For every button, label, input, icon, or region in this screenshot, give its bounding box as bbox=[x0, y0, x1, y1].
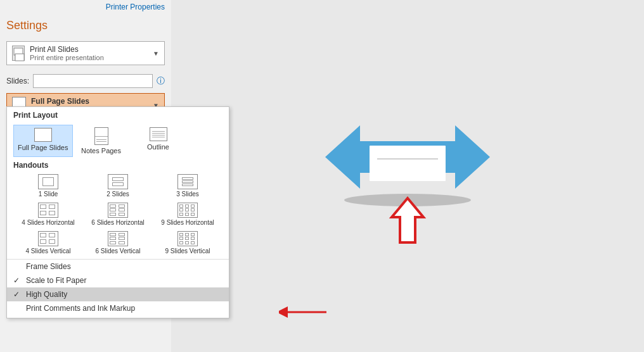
handouts-section: Handouts 1 Slide 2 Slides bbox=[7, 160, 229, 258]
layout-full-page-slides[interactable]: Full Page Slides bbox=[13, 125, 73, 157]
handout-3-thumb bbox=[177, 174, 198, 189]
handout-3-mini-3 bbox=[182, 184, 193, 186]
outline-label: Outline bbox=[147, 143, 169, 151]
handout-3-mini-2 bbox=[182, 180, 193, 183]
high-quality-label: High Quality bbox=[26, 290, 67, 299]
handouts-title: Handouts bbox=[13, 161, 222, 170]
handout-1-slide[interactable]: 1 Slide bbox=[13, 172, 83, 199]
option-print-comments[interactable]: Print Comments and Ink Markup bbox=[7, 301, 229, 315]
h9h-7 bbox=[179, 213, 183, 216]
handout-6h-thumb bbox=[108, 203, 128, 218]
h9v-5 bbox=[185, 237, 189, 240]
handout-9v-thumb bbox=[177, 231, 198, 246]
handout-2-slides[interactable]: 2 Slides bbox=[83, 172, 153, 199]
handout-6v-label: 6 Slides Vertical bbox=[95, 248, 140, 255]
h6h-6 bbox=[119, 213, 125, 216]
slides-label: Slides: bbox=[6, 77, 29, 85]
handout-2-label: 2 Slides bbox=[106, 191, 129, 198]
printer-properties-link[interactable]: Printer Properties bbox=[0, 0, 171, 16]
full-page-slides-label: Full Page Slides bbox=[18, 144, 68, 151]
handout-9h[interactable]: 9 Slides Horizontal bbox=[153, 201, 222, 228]
svg-rect-4 bbox=[370, 146, 446, 181]
handout-2-thumb bbox=[108, 174, 128, 189]
handout-4v-label: 4 Slides Vertical bbox=[25, 248, 70, 255]
full-page-slide-thumb bbox=[34, 128, 52, 142]
h9h-4 bbox=[179, 208, 183, 211]
handout-3-mini-1 bbox=[182, 177, 193, 180]
handout-4h-thumb bbox=[38, 203, 58, 218]
notes-lines-part bbox=[95, 137, 108, 144]
handout-1-mini bbox=[42, 177, 54, 186]
h6v-4 bbox=[119, 237, 125, 240]
h6v-2 bbox=[119, 233, 125, 236]
h6v-1 bbox=[110, 233, 116, 236]
svg-rect-1 bbox=[15, 54, 24, 61]
h4v-2 bbox=[49, 233, 55, 237]
outline-line-1 bbox=[152, 131, 165, 132]
h4v-1 bbox=[40, 233, 46, 237]
layout-notes-pages[interactable]: Notes Pages bbox=[73, 125, 130, 157]
left-panel: Printer Properties Settings Print All Sl… bbox=[0, 0, 171, 352]
red-up-arrow-icon bbox=[382, 195, 433, 246]
print-all-slides-dropdown[interactable]: Print All Slides Print entire presentati… bbox=[6, 41, 165, 65]
scale-to-fit-check: ✓ bbox=[13, 276, 23, 285]
h6v-6 bbox=[119, 241, 125, 244]
h9h-9 bbox=[191, 213, 195, 216]
h6h-3 bbox=[110, 208, 116, 211]
h9v-2 bbox=[185, 233, 189, 236]
h4h-3 bbox=[40, 211, 46, 215]
print-layout-title: Print Layout bbox=[7, 107, 229, 122]
slides-input[interactable] bbox=[33, 74, 153, 88]
frame-slides-label: Frame Slides bbox=[26, 262, 71, 271]
h4v-4 bbox=[49, 239, 55, 244]
handout-4v[interactable]: 4 Slides Vertical bbox=[13, 229, 83, 256]
frame-slides-check bbox=[13, 262, 23, 271]
h9v-4 bbox=[179, 237, 183, 240]
print-comments-label: Print Comments and Ink Markup bbox=[26, 304, 135, 313]
handout-4h[interactable]: 4 Slides Horizontal bbox=[13, 201, 83, 228]
slides-icon bbox=[12, 46, 25, 61]
handout-4v-thumb bbox=[38, 231, 58, 246]
right-panel bbox=[171, 0, 644, 352]
scale-to-fit-label: Scale to Fit Paper bbox=[26, 276, 86, 285]
h9v-9 bbox=[191, 241, 195, 244]
handout-9h-label: 9 Slides Horizontal bbox=[161, 219, 214, 226]
h9h-8 bbox=[185, 213, 189, 216]
red-annotation-arrow bbox=[279, 303, 330, 322]
handout-6h[interactable]: 6 Slides Horizontal bbox=[83, 201, 153, 228]
svg-marker-6 bbox=[392, 198, 423, 242]
print-all-slides-main: Print All Slides bbox=[30, 45, 153, 54]
notes-slide-part bbox=[95, 128, 108, 137]
h9h-2 bbox=[185, 204, 189, 208]
layout-outline[interactable]: Outline bbox=[130, 125, 187, 157]
outline-line-4 bbox=[152, 137, 165, 137]
handout-9v[interactable]: 9 Slides Vertical bbox=[153, 229, 222, 256]
handout-6h-label: 6 Slides Horizontal bbox=[91, 219, 144, 226]
h4h-2 bbox=[49, 204, 55, 209]
print-all-slides-row: Print All Slides Print entire presentati… bbox=[0, 39, 171, 72]
notes-line-1 bbox=[96, 139, 106, 140]
h9v-3 bbox=[191, 233, 195, 236]
handout-4h-label: 4 Slides Horizontal bbox=[22, 219, 74, 226]
high-quality-check: ✓ bbox=[13, 290, 23, 299]
layout-dd-main: Full Page Slides bbox=[31, 97, 153, 106]
handout-1-label: 1 Slide bbox=[39, 191, 58, 198]
print-all-slides-arrow: ▼ bbox=[153, 50, 159, 57]
info-icon[interactable]: ⓘ bbox=[157, 75, 165, 87]
option-frame-slides[interactable]: Frame Slides bbox=[7, 260, 229, 273]
handout-9h-thumb bbox=[177, 203, 198, 218]
option-scale-to-fit[interactable]: ✓ Scale to Fit Paper bbox=[7, 273, 229, 287]
notes-pages-thumb bbox=[94, 127, 108, 145]
slides-row: Slides: ⓘ bbox=[0, 72, 171, 91]
handout-6v[interactable]: 6 Slides Vertical bbox=[83, 229, 153, 256]
h9v-7 bbox=[179, 241, 183, 244]
h4h-4 bbox=[49, 211, 55, 215]
h9h-5 bbox=[185, 208, 189, 211]
h6v-3 bbox=[110, 237, 116, 240]
print-all-slides-text: Print All Slides Print entire presentati… bbox=[30, 45, 153, 61]
option-high-quality[interactable]: ✓ High Quality bbox=[7, 287, 229, 301]
h6h-4 bbox=[119, 208, 125, 211]
outline-thumb bbox=[150, 127, 167, 141]
handout-3-slides[interactable]: 3 Slides bbox=[153, 172, 222, 199]
printer-preview-icon bbox=[312, 106, 503, 208]
